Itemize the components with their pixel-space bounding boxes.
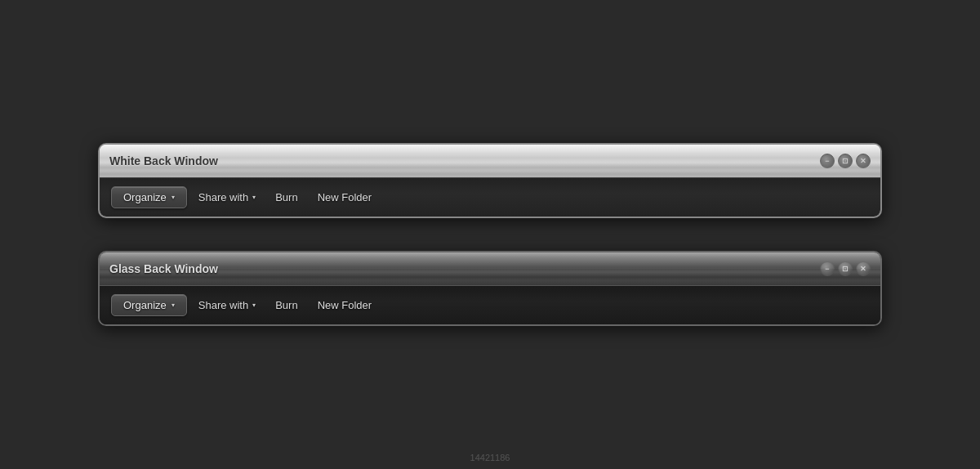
white-back-window: White Back Window − ⊡ ✕ Organize ▾ Share… xyxy=(98,143,882,218)
toolbar-glass: Organize ▾ Share with ▾ Burn New Folder xyxy=(100,285,880,324)
share-dropdown-arrow-white: ▾ xyxy=(252,194,256,201)
organize-label-glass: Organize xyxy=(123,299,167,311)
share-with-label-glass: Share with xyxy=(198,299,248,311)
burn-label-glass: Burn xyxy=(275,299,297,311)
burn-button-white[interactable]: Burn xyxy=(267,187,305,208)
organize-button-glass[interactable]: Organize ▾ xyxy=(111,294,187,316)
restore-icon-white: ⊡ xyxy=(842,157,849,165)
window-controls-white: − ⊡ ✕ xyxy=(820,154,871,168)
share-with-label-white: Share with xyxy=(198,191,248,203)
share-dropdown-arrow-glass: ▾ xyxy=(252,302,256,309)
burn-button-glass[interactable]: Burn xyxy=(267,295,305,315)
new-folder-label-white: New Folder xyxy=(318,191,372,203)
new-folder-button-white[interactable]: New Folder xyxy=(310,187,380,208)
close-icon-white: ✕ xyxy=(860,157,866,165)
organize-label-white: Organize xyxy=(123,191,167,203)
toolbar-white: Organize ▾ Share with ▾ Burn New Folder xyxy=(100,177,880,217)
minimize-icon-white: − xyxy=(825,157,829,165)
minimize-button-glass[interactable]: − xyxy=(820,261,835,276)
watermark: 14421186 xyxy=(470,453,510,462)
minimize-button-white[interactable]: − xyxy=(820,154,835,168)
organize-button-white[interactable]: Organize ▾ xyxy=(111,186,187,208)
close-button-white[interactable]: ✕ xyxy=(856,154,871,168)
titlebar-white: White Back Window − ⊡ ✕ xyxy=(100,145,880,177)
window-controls-glass: − ⊡ ✕ xyxy=(820,261,871,276)
titlebar-glass: Glass Back Window − ⊡ ✕ xyxy=(100,252,880,285)
window-title-glass: Glass Back Window xyxy=(109,262,218,275)
burn-label-white: Burn xyxy=(275,191,297,203)
share-with-button-white[interactable]: Share with ▾ xyxy=(190,187,264,208)
new-folder-button-glass[interactable]: New Folder xyxy=(310,295,380,315)
restore-button-glass[interactable]: ⊡ xyxy=(838,261,853,276)
minimize-icon-glass: − xyxy=(825,265,829,273)
organize-dropdown-arrow-white: ▾ xyxy=(172,194,175,201)
close-icon-glass: ✕ xyxy=(860,265,866,273)
organize-dropdown-arrow-glass: ▾ xyxy=(172,302,175,309)
restore-button-white[interactable]: ⊡ xyxy=(838,154,853,168)
new-folder-label-glass: New Folder xyxy=(318,299,372,311)
glass-back-window: Glass Back Window − ⊡ ✕ Organize ▾ Share… xyxy=(98,251,882,326)
close-button-glass[interactable]: ✕ xyxy=(856,261,871,276)
window-title-white: White Back Window xyxy=(109,154,218,168)
share-with-button-glass[interactable]: Share with ▾ xyxy=(190,295,264,315)
restore-icon-glass: ⊡ xyxy=(842,265,849,273)
